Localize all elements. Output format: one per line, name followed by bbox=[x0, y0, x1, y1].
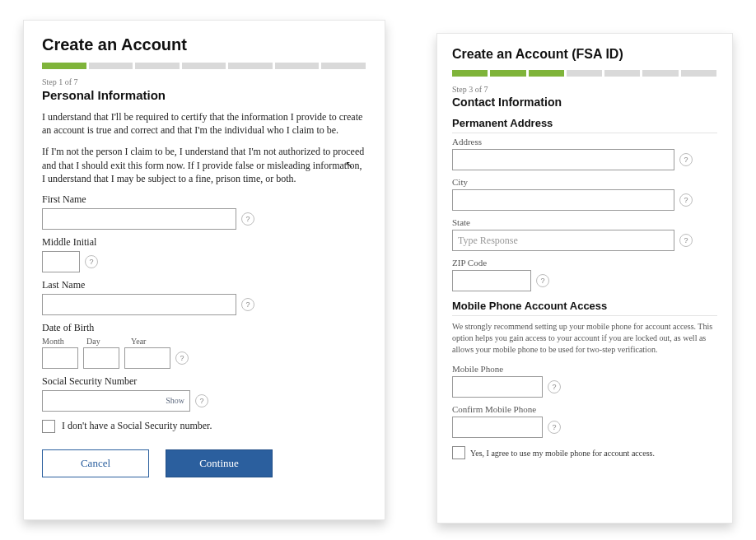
field-zip: ZIP Code ? bbox=[452, 258, 717, 291]
city-input[interactable] bbox=[452, 189, 674, 211]
mobile-agree-checkbox[interactable] bbox=[452, 446, 465, 459]
field-ssn: Social Security Number Show ? bbox=[42, 375, 366, 412]
field-address: Address ? bbox=[452, 137, 717, 170]
dob-label: Date of Birth bbox=[42, 322, 366, 334]
progress-seg-6 bbox=[642, 70, 679, 77]
help-icon[interactable]: ? bbox=[241, 298, 254, 311]
disclaimer-2: If I'm not the person I claim to be, I u… bbox=[42, 145, 366, 185]
state-label: State bbox=[452, 217, 717, 227]
mobile-section-title: Mobile Phone Account Access bbox=[452, 300, 717, 316]
dob-month-label: Month bbox=[42, 337, 78, 346]
progress-bar bbox=[452, 70, 717, 77]
middle-initial-label: Middle Initial bbox=[42, 236, 366, 249]
zip-label: ZIP Code bbox=[452, 258, 717, 268]
section-title: Personal Information bbox=[42, 88, 366, 102]
progress-seg-2 bbox=[490, 70, 526, 77]
cancel-button[interactable]: Cancel bbox=[42, 449, 149, 477]
help-icon[interactable]: ? bbox=[195, 394, 208, 407]
field-mobile: Mobile Phone ? bbox=[452, 364, 717, 398]
progress-seg-7 bbox=[681, 70, 717, 77]
section-title: Contact Information bbox=[452, 95, 717, 109]
no-ssn-row[interactable]: I don't have a Social Security number. bbox=[42, 420, 366, 433]
progress-seg-3 bbox=[135, 63, 180, 69]
help-icon[interactable]: ? bbox=[85, 255, 98, 268]
last-name-label: Last Name bbox=[42, 279, 366, 291]
help-icon[interactable]: ? bbox=[679, 153, 693, 166]
mobile-label: Mobile Phone bbox=[452, 364, 717, 374]
field-last-name: Last Name ? bbox=[42, 279, 366, 315]
zip-input[interactable] bbox=[452, 270, 531, 291]
page-title: Create an Account bbox=[42, 35, 366, 54]
help-icon[interactable]: ? bbox=[536, 274, 549, 287]
progress-seg-4 bbox=[567, 70, 603, 77]
dob-day-input[interactable] bbox=[83, 347, 119, 369]
help-icon[interactable]: ? bbox=[175, 351, 189, 365]
help-icon[interactable]: ? bbox=[679, 193, 693, 207]
progress-seg-1 bbox=[452, 70, 488, 77]
page-title: Create an Account (FSA ID) bbox=[452, 47, 717, 62]
address-label: Address bbox=[452, 137, 717, 147]
field-state: State ? bbox=[452, 217, 717, 251]
field-city: City ? bbox=[452, 177, 717, 211]
field-middle-initial: Middle Initial ? bbox=[42, 236, 366, 272]
first-name-input[interactable] bbox=[42, 208, 236, 230]
progress-seg-6 bbox=[275, 63, 320, 69]
mobile-agree-row[interactable]: Yes, I agree to use my mobile phone for … bbox=[452, 446, 717, 459]
middle-initial-input[interactable] bbox=[42, 251, 80, 272]
dob-year-label: Year bbox=[131, 337, 177, 346]
progress-bar bbox=[42, 63, 366, 69]
field-confirm-mobile: Confirm Mobile Phone ? bbox=[452, 404, 717, 438]
progress-seg-1 bbox=[42, 63, 87, 69]
help-icon[interactable]: ? bbox=[241, 212, 254, 226]
ssn-label: Social Security Number bbox=[42, 375, 366, 388]
stage: Create an Account Step 1 of 7 Personal I… bbox=[0, 0, 756, 540]
step-label: Step 3 of 7 bbox=[452, 85, 717, 94]
ssn-input[interactable]: Show bbox=[42, 390, 190, 412]
no-ssn-label: I don't have a Social Security number. bbox=[62, 420, 212, 432]
progress-seg-5 bbox=[228, 63, 273, 69]
help-icon[interactable]: ? bbox=[548, 380, 561, 393]
field-first-name: First Name ? bbox=[42, 193, 366, 230]
progress-seg-3 bbox=[529, 70, 565, 77]
address-input[interactable] bbox=[452, 149, 674, 170]
panel-step3: Create an Account (FSA ID) Step 3 of 7 C… bbox=[436, 33, 733, 524]
no-ssn-checkbox[interactable] bbox=[42, 420, 55, 433]
dob-month-input[interactable] bbox=[42, 347, 78, 369]
confirm-mobile-label: Confirm Mobile Phone bbox=[452, 404, 717, 414]
confirm-mobile-input[interactable] bbox=[452, 417, 543, 438]
field-dob: Date of Birth Month Day Year ? bbox=[42, 322, 366, 369]
panel-step1: Create an Account Step 1 of 7 Personal I… bbox=[23, 20, 385, 520]
help-icon[interactable]: ? bbox=[679, 234, 693, 247]
progress-seg-5 bbox=[604, 70, 641, 77]
dob-year-input[interactable] bbox=[124, 347, 170, 369]
help-icon[interactable]: ? bbox=[548, 421, 561, 434]
ssn-show-toggle[interactable]: Show bbox=[166, 396, 184, 405]
city-label: City bbox=[452, 177, 717, 187]
last-name-input[interactable] bbox=[42, 294, 236, 315]
progress-seg-2 bbox=[89, 63, 134, 69]
disclaimer-1: I understand that I'll be required to ce… bbox=[42, 110, 366, 137]
mobile-note: We strongly recommend setting up your mo… bbox=[452, 321, 717, 356]
address-section-title: Permanent Address bbox=[452, 117, 717, 133]
mobile-agree-label: Yes, I agree to use my mobile phone for … bbox=[470, 449, 655, 458]
continue-button[interactable]: Continue bbox=[166, 449, 273, 477]
progress-seg-7 bbox=[321, 63, 366, 69]
mobile-input[interactable] bbox=[452, 376, 543, 398]
step-label: Step 1 of 7 bbox=[42, 77, 366, 86]
progress-seg-4 bbox=[182, 63, 227, 69]
state-input[interactable] bbox=[452, 230, 674, 251]
button-row: Cancel Continue bbox=[42, 449, 366, 477]
dob-day-label: Day bbox=[86, 337, 123, 346]
first-name-label: First Name bbox=[42, 193, 366, 206]
